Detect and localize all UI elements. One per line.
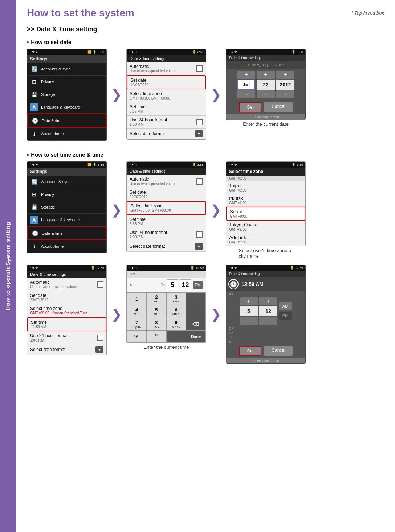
tz-adelaide[interactable]: Adelaide GMT+9:30: [226, 233, 305, 246]
settings-item-datetime[interactable]: 🕐 Date & time: [27, 114, 106, 128]
tz-taipei[interactable]: Taipei GMT+8:00: [226, 181, 305, 194]
dt2-item-setdate[interactable]: Set date 22/07/2012: [127, 188, 206, 201]
key-star[interactable]: * # (: [127, 331, 146, 342]
dt-item-datefmt[interactable]: Select date format ▼: [127, 129, 206, 139]
dt2-item-settime[interactable]: Set time 3:58 PM: [127, 215, 206, 228]
key-4[interactable]: 4GHI: [127, 305, 146, 318]
numpad-screen: ↑●Ψ 🔋12:59 Dat A Se 5 12 PM: [126, 265, 206, 343]
dt2-item-timezone[interactable]: Select time zone GMT+00:00, GMT+00:00: [127, 201, 206, 215]
ampm-display[interactable]: PM: [193, 281, 203, 289]
dt2-item-24h[interactable]: Use 24-hour format 1:00 P.M.: [127, 228, 206, 241]
dt-status-bar-2: ↑●Ψ 🔋3:58: [127, 162, 206, 168]
tp-am-btn[interactable]: AM: [279, 302, 292, 310]
cancel-time-button[interactable]: Cancel: [264, 346, 292, 356]
tp-hour-value: 5: [240, 306, 258, 316]
dt2-item-auto[interactable]: Automatic Use network-provided values: [127, 175, 206, 188]
key-8[interactable]: 8TUV: [147, 318, 166, 330]
tp-hour-plus[interactable]: +: [240, 297, 258, 305]
settings-item-about-2[interactable]: ℹ About phone: [27, 240, 106, 253]
year-minus[interactable]: −: [276, 90, 294, 98]
key-6[interactable]: 6MNO: [167, 305, 186, 318]
dropdown-icon-2[interactable]: ▼: [195, 243, 203, 250]
dropdown-icon-3[interactable]: ▼: [95, 346, 103, 353]
numpad-container: ↑●Ψ 🔋12:59 Dat A Se 5 12 PM: [126, 265, 206, 350]
tp-min-plus[interactable]: +: [259, 297, 277, 305]
key-1[interactable]: 1: [127, 293, 146, 305]
time-picker-screen: ↑●Ψ 🔋12:59 Date & time settings 🕐 12:59 …: [226, 265, 306, 364]
dt-status-bar-1: ↑●Ψ 🔋3:57: [127, 49, 206, 55]
dropdown-icon[interactable]: ▼: [195, 130, 203, 137]
caption-time: Enter the current time: [144, 344, 189, 350]
month-plus[interactable]: +: [237, 71, 255, 79]
datetime-icon: 🕐: [31, 117, 39, 125]
dt3-item-timezone[interactable]: Select time zone GMT+09:00, Korean Stand…: [27, 304, 106, 317]
dt-item-24h[interactable]: Use 24-hour format 1:00 P.M.: [127, 116, 206, 129]
year-plus[interactable]: +: [276, 71, 294, 79]
settings-item-privacy[interactable]: ⊞ Privacy: [27, 76, 106, 88]
tp-min-minus[interactable]: −: [259, 317, 277, 325]
dt3-item-settime[interactable]: Set time 12:59 AM: [27, 317, 106, 331]
set-time-button[interactable]: Set: [239, 346, 261, 356]
dt3-item-24h[interactable]: Use 24-hour format 1:00 P.M.: [27, 331, 106, 344]
storage-icon-2: 💾: [30, 203, 38, 211]
settings-item-accounts-2[interactable]: 🔄 Accounts & sync: [27, 176, 106, 188]
day-plus[interactable]: +: [257, 71, 275, 79]
settings-item-language[interactable]: A Language & keyboard: [27, 101, 106, 114]
key-2[interactable]: 2ABC: [147, 293, 166, 305]
language-icon: A: [30, 103, 38, 111]
key-dot[interactable]: .: [186, 305, 205, 318]
cancel-date-button[interactable]: Cancel: [264, 102, 292, 112]
auto-checkbox[interactable]: [196, 65, 203, 72]
month-col: + Jul −: [237, 71, 255, 98]
key-0[interactable]: 0+: [147, 331, 166, 342]
settings-screen-2: ↑Ψ● 📶🔋3:36 Settings 🔄 Accounts & sync ⊞ …: [27, 161, 107, 253]
subsection-title-tz: How to set time zone & time: [27, 152, 384, 158]
key-minus[interactable]: −: [186, 293, 205, 305]
auto-checkbox-3[interactable]: [97, 281, 103, 288]
tz-irkutsk[interactable]: Irkutsk GMT+9:00: [226, 194, 305, 207]
dt3-item-auto[interactable]: Automatic Use network-provided values: [27, 278, 106, 291]
tz-seoul[interactable]: Seoul GMT+9:00: [226, 207, 305, 221]
settings-item-storage-2[interactable]: 💾 Storage: [27, 201, 106, 214]
dt-item-settime[interactable]: Set time 3:57 PM: [127, 102, 206, 116]
settings-item-storage[interactable]: 💾 Storage: [27, 88, 106, 101]
dt-item-setdate[interactable]: Set date 12/07/2012: [127, 75, 206, 89]
settings-header-1: Settings: [27, 55, 106, 63]
tz-tokyo[interactable]: Tokyo, Osaka GMT+9:00: [226, 221, 305, 233]
24h-checkbox-2[interactable]: [196, 231, 203, 238]
dt-screen-3: ↑●Ψ 🔋12:59 Date & time settings Automati…: [27, 265, 107, 355]
settings-item-datetime-2[interactable]: 🕐 Date & time: [27, 226, 106, 240]
tp-pm-btn[interactable]: PM: [279, 312, 292, 320]
key-backspace[interactable]: ⌫: [186, 318, 205, 330]
privacy-icon-2: ⊞: [30, 190, 38, 198]
dt-item-auto[interactable]: Automatic Use network-provided values: [127, 62, 206, 75]
tp-hour-minus[interactable]: −: [240, 317, 258, 325]
date-picker-container: ↑●Ψ 🔋3:58 Date & time settings Sunday, J…: [226, 49, 306, 127]
settings-item-privacy-2[interactable]: ⊞ Privacy: [27, 188, 106, 201]
24h-checkbox[interactable]: [196, 119, 203, 125]
auto-checkbox-2[interactable]: [196, 178, 203, 185]
dt-item-timezone[interactable]: Select time zone GMT+00:00, GMT+00:00: [127, 89, 206, 102]
date-picker-header: Date & time settings: [226, 55, 305, 61]
dt3-item-setdate[interactable]: Set date 23/07/2012: [27, 291, 106, 304]
day-col: + 22 −: [257, 71, 275, 98]
settings-item-language-2[interactable]: A Language & keyboard: [27, 214, 106, 226]
time-display: 12:59 AM: [241, 281, 264, 287]
settings-item-about[interactable]: ℹ About phone: [27, 128, 106, 140]
key-3[interactable]: 3DEF: [167, 293, 186, 305]
settings-item-accounts[interactable]: 🔄 Accounts & sync: [27, 63, 106, 76]
month-minus[interactable]: −: [237, 90, 255, 98]
key-done[interactable]: Done: [186, 331, 205, 342]
dt3-item-datefmt[interactable]: Select date format ▼: [27, 344, 106, 355]
dt2-item-datefmt[interactable]: Select date format ▼: [127, 241, 206, 252]
day-value: 22: [257, 80, 275, 90]
key-5[interactable]: 5JKL: [147, 305, 166, 318]
status-bar-1: ↑Ψ● 📶🔋3:36: [27, 49, 106, 55]
time-picker-bottom: Select date format: [226, 358, 305, 363]
day-minus[interactable]: −: [257, 90, 275, 98]
privacy-icon: ⊞: [30, 78, 38, 86]
24h-checkbox-3[interactable]: [97, 335, 103, 341]
key-7[interactable]: 7PQRS: [127, 318, 146, 330]
set-date-button[interactable]: Set: [239, 102, 261, 112]
key-9[interactable]: 9WXYZ: [167, 318, 186, 330]
